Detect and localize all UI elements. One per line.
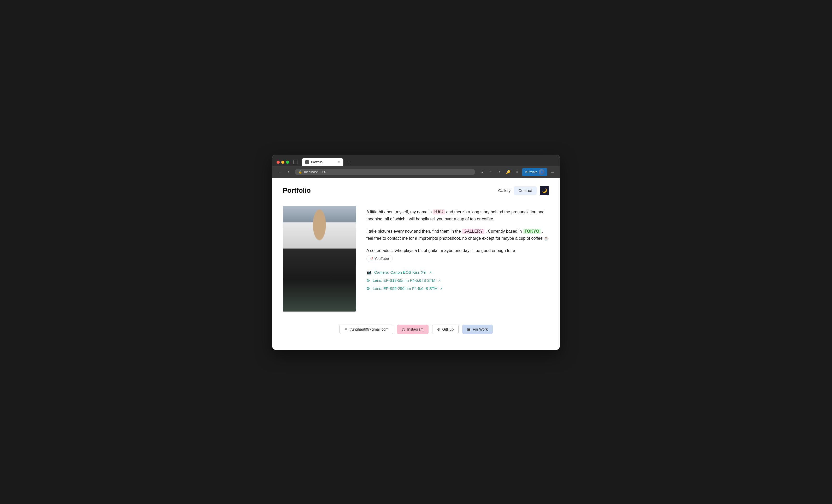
nav-links: Gallery Contact 🌙 xyxy=(498,186,549,195)
about-section: A little bit about myself, my name is HA… xyxy=(366,206,549,294)
inprivate-label: InPrivate xyxy=(525,170,537,174)
page-content: Portfolio Gallery Contact 🌙 A little bit… xyxy=(272,178,560,350)
youtube-button[interactable]: ↺ YouTube xyxy=(366,255,393,262)
lens1-label: Lens: EF-S18-55mm F4-5.6 IS STM xyxy=(373,278,435,283)
tab-close-button[interactable]: × xyxy=(338,161,340,163)
reader-mode-button[interactable]: A xyxy=(480,169,485,175)
new-tab-button[interactable]: + xyxy=(345,159,353,165)
paragraph3-text: A coffee addict who plays a bit of guita… xyxy=(366,248,515,253)
camera-link[interactable]: 📷 Camera: Canon EOS Kiss X9i ↗ xyxy=(366,270,549,275)
about-paragraph-1: A little bit about myself, my name is HA… xyxy=(366,208,549,222)
browser-chrome: Portfolio × + ← ↻ 🔒 localhost:3000 A ☆ ⟳… xyxy=(272,155,560,178)
title-bar: Portfolio × + xyxy=(272,155,560,166)
instagram-label: Instagram xyxy=(407,327,423,331)
traffic-light-fullscreen[interactable] xyxy=(286,161,289,164)
forwork-icon: ▣ xyxy=(467,327,471,331)
browser-actions: A ☆ ⟳ 🔑 ⬇ InPrivate 👤 ··· xyxy=(480,168,555,176)
lens2-icon: ⚙ xyxy=(366,286,370,291)
back-button[interactable]: ← xyxy=(277,169,283,175)
address-text: localhost:3000 xyxy=(304,170,326,174)
about-paragraph-2: I take pictures every now and then, find… xyxy=(366,228,549,242)
forwork-button[interactable]: ▣ For Work xyxy=(462,325,493,334)
lens1-icon: ⚙ xyxy=(366,278,370,283)
tab-favicon xyxy=(305,160,309,164)
paragraph1-prefix: A little bit about myself, my name is xyxy=(366,210,432,214)
github-icon: ⊙ xyxy=(437,327,440,331)
email-icon: ✉ xyxy=(344,327,347,331)
active-tab[interactable]: Portfolio × xyxy=(302,158,343,166)
github-button[interactable]: ⊙ GitHub xyxy=(432,325,459,334)
lens1-link[interactable]: ⚙ Lens: EF-S18-55mm F4-5.6 IS STM ↗ xyxy=(366,278,549,283)
site-title: Portfolio xyxy=(283,186,311,194)
instagram-button[interactable]: ◎ Instagram xyxy=(397,325,428,334)
profile-image xyxy=(283,206,356,312)
instagram-icon: ◎ xyxy=(402,327,405,331)
site-nav: Portfolio Gallery Contact 🌙 xyxy=(283,186,549,195)
dark-mode-toggle[interactable]: 🌙 xyxy=(540,186,549,195)
tokyo-highlight: TOKYO xyxy=(523,229,541,234)
gear-links-section: 📷 Camera: Canon EOS Kiss X9i ↗ ⚙ Lens: E… xyxy=(366,270,549,291)
more-options-button[interactable]: ··· xyxy=(549,169,555,175)
traffic-light-close[interactable] xyxy=(277,161,280,164)
collections-button[interactable]: ⟳ xyxy=(496,169,502,175)
inprivate-button[interactable]: InPrivate 👤 xyxy=(522,168,547,176)
profile-avatar: 👤 xyxy=(539,169,545,175)
camera-label: Camera: Canon EOS Kiss X9i xyxy=(374,270,426,274)
lens2-label: Lens: EF-S55-250mm F4-5.6 IS STM xyxy=(373,286,437,291)
camera-icon: 📷 xyxy=(366,270,372,275)
camera-external-icon: ↗ xyxy=(429,270,432,274)
github-label: GitHub xyxy=(442,327,454,331)
address-bar-row: ← ↻ 🔒 localhost:3000 A ☆ ⟳ 🔑 ⬇ InPrivate… xyxy=(272,166,560,178)
wallet-button[interactable]: 🔑 xyxy=(504,169,512,175)
address-bar[interactable]: 🔒 localhost:3000 xyxy=(295,169,475,175)
forwork-label: For Work xyxy=(473,327,488,331)
traffic-lights xyxy=(277,161,289,164)
refresh-button[interactable]: ↻ xyxy=(286,169,292,175)
new-tab-icon xyxy=(293,160,297,164)
download-button[interactable]: ⬇ xyxy=(514,169,520,175)
hau-highlight: HAU xyxy=(433,209,445,214)
paragraph2-middle: . Currently based in xyxy=(486,229,523,234)
about-paragraph-3: A coffee addict who plays a bit of guita… xyxy=(366,247,549,262)
main-content: A little bit about myself, my name is HA… xyxy=(283,206,549,312)
contact-nav-button[interactable]: Contact xyxy=(514,186,537,195)
lens2-external-icon: ↗ xyxy=(440,287,443,290)
lock-icon: 🔒 xyxy=(298,170,302,174)
email-button[interactable]: ✉ trunghau60@gmail.com xyxy=(339,325,393,334)
email-label: trunghau60@gmail.com xyxy=(350,327,389,331)
favorites-button[interactable]: ☆ xyxy=(487,169,494,175)
paragraph2-prefix: I take pictures every now and then, find… xyxy=(366,229,462,234)
lens1-external-icon: ↗ xyxy=(438,278,441,282)
photo-simulation xyxy=(283,206,356,312)
browser-window: Portfolio × + ← ↻ 🔒 localhost:3000 A ☆ ⟳… xyxy=(272,155,560,350)
traffic-light-minimize[interactable] xyxy=(281,161,284,164)
tab-label: Portfolio xyxy=(311,160,336,164)
youtube-label: YouTube xyxy=(374,257,389,261)
lens2-link[interactable]: ⚙ Lens: EF-S55-250mm F4-5.6 IS STM ↗ xyxy=(366,286,549,291)
youtube-icon: ↺ xyxy=(370,257,373,260)
gallery-highlight[interactable]: GALLERY xyxy=(462,229,485,234)
social-links-section: ✉ trunghau60@gmail.com ◎ Instagram ⊙ Git… xyxy=(283,325,549,334)
gallery-nav-link[interactable]: Gallery xyxy=(498,188,511,193)
